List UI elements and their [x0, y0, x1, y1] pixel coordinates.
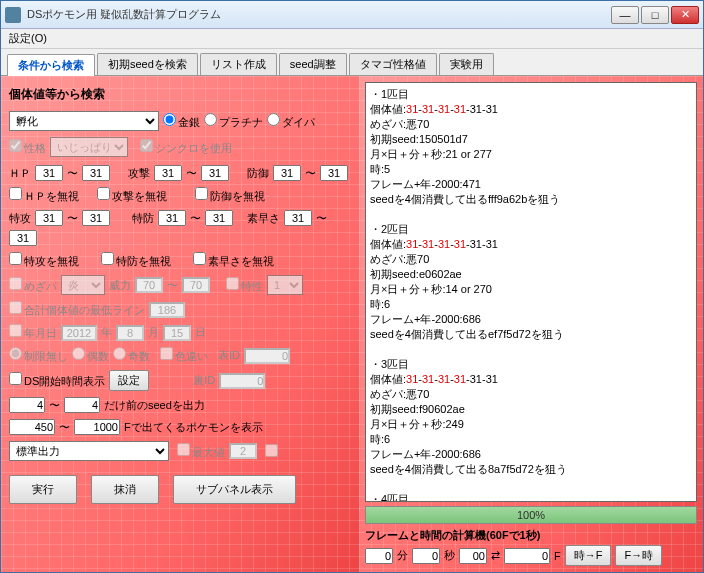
hp-from[interactable] [35, 165, 63, 181]
hp-to[interactable] [82, 165, 110, 181]
max-val [229, 443, 257, 459]
progress-bar: 100% [365, 506, 697, 524]
frame-calc-title: フレームと時間の計算機(60Fで1秒) [365, 528, 697, 543]
btn-subpanel[interactable]: サブパネル表示 [173, 475, 296, 504]
lbl-spe: 素早さ [247, 211, 280, 226]
def-from[interactable] [273, 165, 301, 181]
spe-from[interactable] [284, 210, 312, 226]
chk-ymd [9, 324, 22, 337]
lbl-atk: 攻撃 [128, 166, 150, 181]
hid-val [219, 373, 265, 389]
menu-settings[interactable]: 設定(O) [9, 32, 47, 44]
chk-dstime[interactable] [9, 372, 22, 385]
chk-ignore-atk[interactable] [97, 187, 110, 200]
id-val [244, 348, 290, 364]
titlebar: DSポケモン用 疑似乱数計算プログラム — □ ✕ [1, 1, 703, 29]
tab-exp[interactable]: 実験用 [439, 53, 494, 75]
spd-from[interactable] [158, 210, 186, 226]
output-select[interactable]: 標準出力 [9, 441, 169, 461]
tab-search[interactable]: 条件から検索 [7, 54, 95, 76]
before-to[interactable] [64, 397, 100, 413]
radio-platinum[interactable] [204, 113, 217, 126]
chk-synchro [140, 139, 153, 152]
tab-seed[interactable]: seed調整 [279, 53, 347, 75]
right-panel: ・1匹目 個体値:31-31-31-31-31-31 めざパ:悪70 初期see… [359, 76, 703, 572]
spa-to[interactable] [82, 210, 110, 226]
chk-ignore-spe[interactable] [193, 252, 206, 265]
fc-min[interactable] [365, 548, 393, 564]
atk-from[interactable] [154, 165, 182, 181]
chk-nature [9, 139, 22, 152]
minline-val [149, 302, 185, 318]
lbl-def: 防御 [247, 166, 269, 181]
chk-ignore-spd[interactable] [101, 252, 114, 265]
tab-initseed[interactable]: 初期seedを検索 [97, 53, 198, 75]
section-title: 個体値等から検索 [9, 86, 351, 103]
chk-ignore-hp[interactable] [9, 187, 22, 200]
output-area[interactable]: ・1匹目 個体値:31-31-31-31-31-31 めざパ:悪70 初期see… [365, 82, 697, 502]
radio-diaper[interactable] [267, 113, 280, 126]
chk-ignore-spa[interactable] [9, 252, 22, 265]
frame-from[interactable] [9, 419, 55, 435]
power-from [135, 277, 163, 293]
spd-to[interactable] [205, 210, 233, 226]
power-to [182, 277, 210, 293]
java-icon [5, 7, 21, 23]
tab-list[interactable]: リスト作成 [200, 53, 277, 75]
radio-gold[interactable] [163, 113, 176, 126]
window-title: DSポケモン用 疑似乱数計算プログラム [27, 7, 611, 22]
btn-clear[interactable]: 抹消 [91, 475, 159, 504]
mezapa-type: 炎 [61, 275, 105, 295]
method-select[interactable]: 孵化 [9, 111, 159, 131]
btn-f-to-time[interactable]: F→時 [615, 545, 662, 566]
tab-egg[interactable]: タマゴ性格値 [349, 53, 437, 75]
lbl-hp: ＨＰ [9, 166, 31, 181]
left-panel: 個体値等から検索 孵化 金銀 プラチナ ダイパ 性格 いじっぱり シンクロを使用… [1, 76, 359, 572]
radio-even [72, 347, 85, 360]
chk-ignore-def[interactable] [195, 187, 208, 200]
menubar: 設定(O) [1, 29, 703, 49]
fc-csec[interactable] [459, 548, 487, 564]
month [116, 325, 144, 341]
day [163, 325, 191, 341]
btn-time-to-f[interactable]: 時→F [565, 545, 612, 566]
trait-select: 1 [267, 275, 303, 295]
main-window: DSポケモン用 疑似乱数計算プログラム — □ ✕ 設定(O) 条件から検索 初… [0, 0, 704, 573]
minimize-button[interactable]: — [611, 6, 639, 24]
chk-minline [9, 301, 22, 314]
tabs: 条件から検索 初期seedを検索 リスト作成 seed調整 タマゴ性格値 実験用 [1, 49, 703, 76]
frame-to[interactable] [74, 419, 120, 435]
swap-icon: ⇄ [491, 549, 500, 562]
close-button[interactable]: ✕ [671, 6, 699, 24]
spa-from[interactable] [35, 210, 63, 226]
nature-select: いじっぱり [50, 137, 128, 157]
btn-exec[interactable]: 実行 [9, 475, 77, 504]
chk-trait [226, 277, 239, 290]
chk-max [177, 443, 190, 456]
radio-odd [113, 347, 126, 360]
chk-shiny [160, 347, 173, 360]
fc-sec[interactable] [412, 548, 440, 564]
lbl-spa: 特攻 [9, 211, 31, 226]
maximize-button[interactable]: □ [641, 6, 669, 24]
content: 個体値等から検索 孵化 金銀 プラチナ ダイパ 性格 いじっぱり シンクロを使用… [1, 76, 703, 572]
def-to[interactable] [320, 165, 348, 181]
before-from[interactable] [9, 397, 45, 413]
fc-frame[interactable] [504, 548, 550, 564]
btn-settings[interactable]: 設定 [109, 370, 149, 391]
radio-nolimit [9, 347, 22, 360]
chk-mezapa [9, 277, 22, 290]
spe-to[interactable] [9, 230, 37, 246]
year [61, 325, 97, 341]
chk-trailing [265, 444, 278, 457]
lbl-spd: 特防 [132, 211, 154, 226]
atk-to[interactable] [201, 165, 229, 181]
